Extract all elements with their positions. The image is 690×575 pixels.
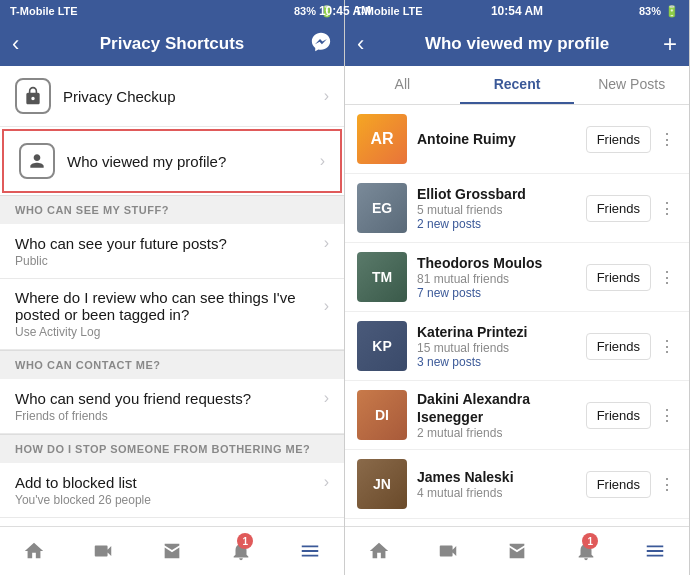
more-dots-1[interactable]: ⋮ <box>657 199 677 218</box>
right-panel: T-Mobile LTE 10:54 AM 83% 🔋 ‹ Who viewed… <box>345 0 690 575</box>
battery-icon-right: 🔋 <box>665 5 679 18</box>
messenger-icon[interactable] <box>302 31 332 58</box>
profile-item-4[interactable]: DI Dakini Alexandra Isenegger 2 mutual f… <box>345 381 689 450</box>
who-viewed-label: Who viewed my profile? <box>67 153 320 170</box>
more-dots-3[interactable]: ⋮ <box>657 337 677 356</box>
blocked-list-item[interactable]: Add to blocked list › You've blocked 26 … <box>0 463 344 518</box>
chevron-review-tagged: › <box>324 297 329 315</box>
profile-info-4: Dakini Alexandra Isenegger 2 mutual frie… <box>417 390 586 440</box>
video-icon-left <box>92 540 114 562</box>
left-content: Privacy Checkup › Who viewed my profile?… <box>0 66 344 526</box>
chevron-friend-requests: › <box>324 389 329 407</box>
friends-btn-5[interactable]: Friends <box>586 471 651 498</box>
tab-store-left[interactable] <box>138 527 207 575</box>
profile-info-5: James Naleski 4 mutual friends <box>417 468 586 500</box>
blocked-list-row: Add to blocked list › <box>15 473 329 491</box>
friends-btn-1[interactable]: Friends <box>586 195 651 222</box>
tab-new-posts[interactable]: New Posts <box>574 66 689 104</box>
add-icon-right[interactable]: + <box>647 30 677 58</box>
menu-icon-right <box>644 540 666 562</box>
tab-all[interactable]: All <box>345 66 460 104</box>
section-see-stuff: WHO CAN SEE MY STUFF? <box>0 195 344 224</box>
right-tab-bar: 1 <box>345 526 689 575</box>
tab-menu-left[interactable] <box>275 527 344 575</box>
avatar-1: EG <box>357 183 407 233</box>
chevron-who-viewed: › <box>320 152 325 170</box>
future-posts-row: Who can see your future posts? › <box>15 234 329 252</box>
lock-icon-box <box>15 78 51 114</box>
left-nav-bar: ‹ Privacy Shortcuts <box>0 22 344 66</box>
avatar-2: TM <box>357 252 407 302</box>
tab-home-left[interactable] <box>0 527 69 575</box>
avatar-0: AR <box>357 114 407 164</box>
profile-item-3[interactable]: KP Katerina Printezi 15 mutual friends 3… <box>345 312 689 381</box>
tab-video-right[interactable] <box>414 527 483 575</box>
right-nav-bar: ‹ Who viewed my profile + <box>345 22 689 66</box>
profile-name-4: Dakini Alexandra Isenegger <box>417 390 586 426</box>
profile-item-5[interactable]: JN James Naleski 4 mutual friends Friend… <box>345 450 689 519</box>
more-dots-4[interactable]: ⋮ <box>657 406 677 425</box>
tab-menu-right[interactable] <box>620 527 689 575</box>
profile-info-2: Theodoros Moulos 81 mutual friends 7 new… <box>417 254 586 300</box>
person-icon-box <box>19 143 55 179</box>
profile-item-0[interactable]: AR Antoine Ruimy Friends ⋮ <box>345 105 689 174</box>
status-carrier-left: T-Mobile LTE <box>10 5 78 17</box>
tab-bell-left[interactable]: 1 <box>206 527 275 575</box>
blocked-list-subtitle: You've blocked 26 people <box>15 493 329 507</box>
avatar-4: DI <box>357 390 407 440</box>
friends-btn-0[interactable]: Friends <box>586 126 651 153</box>
status-right-right: 83% 🔋 <box>639 5 679 18</box>
friend-requests-item[interactable]: Who can send you friend requests? › Frie… <box>0 379 344 434</box>
review-tagged-item[interactable]: Where do I review who can see things I'v… <box>0 279 344 350</box>
friends-btn-4[interactable]: Friends <box>586 402 651 429</box>
tab-store-right[interactable] <box>483 527 552 575</box>
profile-info-3: Katerina Printezi 15 mutual friends 3 ne… <box>417 323 586 369</box>
friend-requests-subtitle: Friends of friends <box>15 409 329 423</box>
tab-home-right[interactable] <box>345 527 414 575</box>
future-posts-item[interactable]: Who can see your future posts? › Public <box>0 224 344 279</box>
right-status-bar: T-Mobile LTE 10:54 AM 83% 🔋 <box>345 0 689 22</box>
profile-item-6[interactable]: E Efi <box>345 519 689 526</box>
future-posts-subtitle: Public <box>15 254 329 268</box>
home-icon-left <box>23 540 45 562</box>
review-tagged-subtitle: Use Activity Log <box>15 325 329 339</box>
profile-newposts-3: 3 new posts <box>417 355 586 369</box>
more-dots-5[interactable]: ⋮ <box>657 475 677 494</box>
back-button-right[interactable]: ‹ <box>357 31 387 57</box>
profile-item-2[interactable]: TM Theodoros Moulos 81 mutual friends 7 … <box>345 243 689 312</box>
tab-video-left[interactable] <box>69 527 138 575</box>
carrier-text-left: T-Mobile LTE <box>10 5 78 17</box>
profile-mutual-2: 81 mutual friends <box>417 272 586 286</box>
profile-item-1[interactable]: EG Elliot Grossbard 5 mutual friends 2 n… <box>345 174 689 243</box>
right-content: AR Antoine Ruimy Friends ⋮ EG Elliot Gro… <box>345 105 689 526</box>
profile-name-3: Katerina Printezi <box>417 323 586 341</box>
friend-requests-title: Who can send you friend requests? <box>15 390 324 407</box>
left-nav-title: Privacy Shortcuts <box>42 34 302 54</box>
tab-bell-right[interactable]: 1 <box>551 527 620 575</box>
chevron-future-posts: › <box>324 234 329 252</box>
profile-name-2: Theodoros Moulos <box>417 254 586 272</box>
privacy-checkup-item[interactable]: Privacy Checkup › <box>0 66 344 127</box>
store-icon-right <box>506 540 528 562</box>
privacy-checkup-label: Privacy Checkup <box>63 88 324 105</box>
friends-btn-2[interactable]: Friends <box>586 264 651 291</box>
section-stop-bother: HOW DO I STOP SOMEONE FROM BOTHERING ME? <box>0 434 344 463</box>
store-icon-left <box>161 540 183 562</box>
right-nav-title: Who viewed my profile <box>387 34 647 54</box>
person-icon <box>27 151 47 171</box>
blocked-list-title: Add to blocked list <box>15 474 324 491</box>
friends-btn-3[interactable]: Friends <box>586 333 651 360</box>
more-dots-0[interactable]: ⋮ <box>657 130 677 149</box>
tab-recent[interactable]: Recent <box>460 66 575 104</box>
who-viewed-item[interactable]: Who viewed my profile? › <box>2 129 342 193</box>
profile-name-5: James Naleski <box>417 468 586 486</box>
left-tab-bar: 1 <box>0 526 344 575</box>
more-dots-2[interactable]: ⋮ <box>657 268 677 287</box>
profile-name-1: Elliot Grossbard <box>417 185 586 203</box>
home-icon-right <box>368 540 390 562</box>
lock-icon <box>23 86 43 106</box>
profile-mutual-1: 5 mutual friends <box>417 203 586 217</box>
time-right: 10:54 AM <box>491 4 543 18</box>
back-button-left[interactable]: ‹ <box>12 31 42 57</box>
left-panel: T-Mobile LTE 10:45 AM 83% 🔋 ‹ Privacy Sh… <box>0 0 345 575</box>
